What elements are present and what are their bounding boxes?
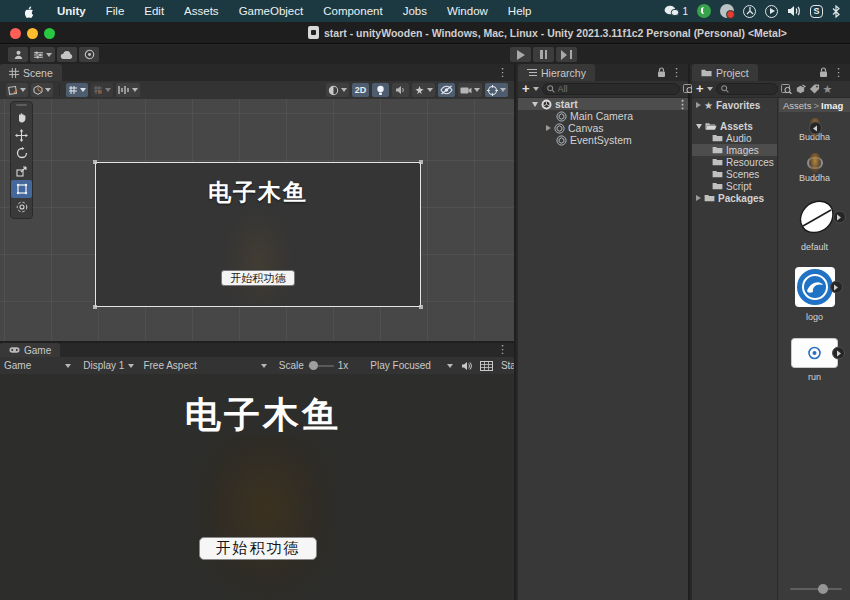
- close-window-button[interactable]: [10, 28, 21, 39]
- ui-canvas-gizmo[interactable]: 电子木鱼 开始积功德: [95, 162, 421, 307]
- tab-project[interactable]: Project: [692, 64, 758, 81]
- vsync-grid-toggle[interactable]: [480, 361, 493, 371]
- hierarchy-row-canvas[interactable]: Canvas: [518, 122, 688, 134]
- add-gameobject-button[interactable]: +: [522, 84, 530, 94]
- grid-snapping-button[interactable]: [66, 83, 88, 97]
- breadcrumb-root[interactable]: Assets: [783, 100, 812, 111]
- aspect-dropdown[interactable]: Free Aspect: [143, 360, 266, 371]
- green-app-status-icon[interactable]: [697, 4, 711, 18]
- hierarchy-panel-menu-icon[interactable]: ⋮: [671, 66, 682, 79]
- display-dropdown[interactable]: Display 1: [83, 360, 134, 371]
- snap-increment-button[interactable]: [116, 83, 140, 97]
- volume-status-icon[interactable]: [787, 5, 801, 17]
- mute-audio-toggle[interactable]: [461, 361, 473, 371]
- menu-unity[interactable]: Unity: [47, 5, 96, 17]
- project-search-input[interactable]: [732, 84, 773, 94]
- tree-row-script[interactable]: Script: [692, 180, 777, 192]
- tree-row-images[interactable]: Images: [692, 144, 777, 156]
- create-dropdown-caret[interactable]: [707, 87, 713, 91]
- tree-row-scenes[interactable]: Scenes: [692, 168, 777, 180]
- expand-subassets-icon[interactable]: [830, 281, 843, 294]
- favorite-star-icon[interactable]: ★: [823, 84, 833, 94]
- expander-closed-icon[interactable]: [696, 195, 701, 201]
- camera-settings-button[interactable]: [458, 83, 482, 97]
- play-status-icon[interactable]: [765, 5, 778, 18]
- wheel-status-icon[interactable]: [743, 5, 756, 18]
- hierarchy-search-input[interactable]: [558, 84, 675, 94]
- s-app-status-icon[interactable]: S: [810, 5, 823, 18]
- asset-card-logo[interactable]: logo: [779, 266, 850, 322]
- asset-card-default[interactable]: default: [779, 196, 850, 252]
- play-button[interactable]: [510, 47, 531, 62]
- play-focused-dropdown[interactable]: Play Focused: [370, 360, 453, 371]
- tree-row-resources[interactable]: Resources: [692, 156, 777, 168]
- collapse-subassets-icon[interactable]: [809, 122, 822, 135]
- thumbnail-zoom-slider[interactable]: [790, 588, 842, 590]
- rotate-tool-button[interactable]: [11, 144, 32, 162]
- record-status-icon[interactable]: [720, 4, 734, 18]
- hand-tool-button[interactable]: [11, 108, 32, 126]
- menu-edit[interactable]: Edit: [134, 5, 174, 17]
- expand-subassets-icon[interactable]: [832, 347, 845, 360]
- menu-file[interactable]: File: [96, 5, 135, 17]
- expander-closed-icon[interactable]: [696, 102, 701, 108]
- move-tool-button[interactable]: [11, 126, 32, 144]
- draw-mode-button[interactable]: [31, 83, 53, 97]
- asset-card-run[interactable]: run: [779, 338, 850, 382]
- menu-jobs[interactable]: Jobs: [393, 5, 437, 17]
- cloud-services-button[interactable]: [57, 47, 77, 62]
- import-package-icon[interactable]: [795, 84, 806, 95]
- grid-axis-button[interactable]: [91, 83, 113, 97]
- tree-row-packages[interactable]: Packages: [692, 192, 777, 204]
- tab-game[interactable]: Game: [0, 343, 60, 357]
- menu-component[interactable]: Component: [313, 5, 392, 17]
- scene-lighting-toggle[interactable]: [372, 83, 389, 97]
- menu-window[interactable]: Window: [437, 5, 498, 17]
- stats-toggle[interactable]: Stats: [501, 360, 514, 371]
- project-panel-menu-icon[interactable]: ⋮: [833, 66, 844, 79]
- tool-settings-button[interactable]: [6, 83, 28, 97]
- transform-tool-button[interactable]: [11, 198, 32, 216]
- asset-card-buddha-1[interactable]: Buddha: [779, 128, 850, 142]
- rect-tool-button[interactable]: [11, 180, 32, 198]
- game-start-button[interactable]: 开始积功德: [199, 537, 317, 560]
- tab-scene[interactable]: Scene: [0, 64, 62, 81]
- search-scope-icon[interactable]: [781, 84, 792, 94]
- scale-tool-button[interactable]: [11, 162, 32, 180]
- hidden-objects-toggle[interactable]: [438, 83, 455, 97]
- shading-mode-button[interactable]: [326, 83, 349, 97]
- lock-icon[interactable]: [657, 67, 666, 78]
- asset-card-buddha-2-selected[interactable]: Buddha: [779, 157, 850, 183]
- expander-closed-icon[interactable]: [546, 125, 551, 131]
- expander-open-icon[interactable]: [532, 102, 538, 107]
- 2d-mode-toggle[interactable]: 2D: [352, 83, 369, 97]
- zoom-window-button[interactable]: [44, 28, 55, 39]
- tab-hierarchy[interactable]: Hierarchy: [518, 64, 595, 81]
- hierarchy-search-box[interactable]: [542, 83, 680, 95]
- menu-help[interactable]: Help: [498, 5, 542, 17]
- version-control-button[interactable]: [79, 47, 99, 62]
- expander-open-icon[interactable]: [696, 124, 702, 129]
- step-button[interactable]: [556, 47, 577, 62]
- display-target-dropdown[interactable]: Game: [4, 360, 71, 371]
- project-search-box[interactable]: [716, 83, 778, 95]
- scene-panel-menu-icon[interactable]: ⋮: [497, 66, 508, 79]
- scene-start-button[interactable]: 开始积功德: [221, 270, 295, 286]
- game-panel-menu-icon[interactable]: ⋮: [497, 343, 508, 356]
- label-tag-icon[interactable]: [809, 84, 820, 94]
- gizmos-toggle-button[interactable]: [485, 83, 508, 97]
- bluetooth-status-icon[interactable]: [832, 5, 840, 18]
- tree-row-favorites[interactable]: ★ Favorites: [692, 99, 777, 111]
- lock-icon[interactable]: [819, 67, 828, 78]
- expand-subassets-icon[interactable]: [833, 211, 846, 224]
- minimize-window-button[interactable]: [27, 28, 38, 39]
- scene-row-menu-icon[interactable]: ⋮: [677, 98, 688, 111]
- account-button[interactable]: [8, 47, 28, 62]
- menu-gameobject[interactable]: GameObject: [229, 5, 314, 17]
- hierarchy-row-scene-root[interactable]: start ⋮: [518, 98, 688, 110]
- create-asset-button[interactable]: +: [696, 84, 704, 94]
- messages-status-icon[interactable]: 1: [664, 5, 688, 17]
- apple-logo-icon[interactable]: [22, 4, 35, 19]
- layers-dropdown-button[interactable]: [30, 47, 55, 62]
- breadcrumb[interactable]: Assets > Imag: [779, 98, 850, 112]
